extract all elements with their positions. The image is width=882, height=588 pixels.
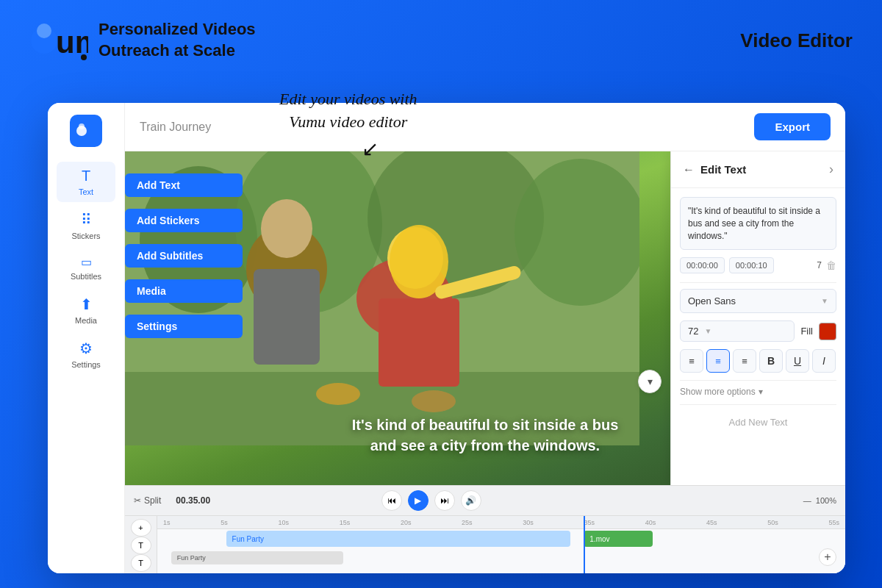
sidebar-logo-icon [76,121,96,141]
playhead[interactable] [584,516,585,573]
zoom-out-icon[interactable]: — [803,496,811,505]
play-controls: ⏮ ▶ ⏭ 🔊 [381,490,481,511]
back-arrow-icon[interactable]: ← [683,163,695,176]
sidebar-item-stickers[interactable]: ⠿ Stickers [57,205,115,246]
close-panel-button[interactable]: › [829,162,833,177]
add-stickers-button[interactable]: Add Stickers [125,209,243,232]
text-icon: T [82,168,90,184]
edit-panel-body: "It's kind of beautiful to sit inside a … [671,188,845,485]
show-more-row[interactable]: Show more options ▾ [680,387,836,397]
editor-card: T Text ⠿ Stickers ▭ Subtitles ⬆ Media ⚙ … [48,103,845,573]
text-preview[interactable]: "It's kind of beautiful to sit inside a … [680,197,836,250]
size-dropdown-icon: ▼ [704,327,711,335]
sidebar-logo [70,115,102,147]
align-center-button[interactable]: ≡ [706,349,730,373]
svg-point-5 [79,123,85,129]
align-right-button[interactable]: ≡ [733,349,756,373]
video-subtitle: It's kind of beautiful to sit inside a b… [352,415,619,456]
track-icon-2: T [131,537,151,554]
fill-label: Fill [800,326,813,337]
timeline-controls: ✂ Split 00.35.00 ⏮ ▶ ⏭ 🔊 — 100% [125,486,845,516]
zoom-controls: — 100% [803,496,836,505]
font-select-row[interactable]: Open Sans ▼ [680,289,836,313]
sidebar-item-text[interactable]: T Text [57,162,115,202]
add-track-button[interactable]: + [819,548,836,566]
left-panel: Add Text Add Stickers Add Subtitles Medi… [125,151,272,485]
size-fill-row: 72 ▼ Fill [680,320,836,342]
delete-icon[interactable]: 🗑 [826,259,836,271]
font-size-value: 72 [688,326,698,337]
header: umu Personalized Videos Outreach at Scal… [0,0,882,81]
clip-myvideo-label: Fun Party [177,554,206,562]
italic-button[interactable]: I [812,349,836,373]
fill-color-swatch[interactable] [819,323,836,340]
clip-myvideo[interactable]: Fun Party [171,551,343,564]
video-area: Add Text Add Stickers Add Subtitles Medi… [125,151,845,485]
export-button[interactable]: Export [754,113,831,140]
svg-point-1 [37,24,51,38]
track-icon-3: T [131,554,151,572]
timeline-timecode: 00.35.00 [176,495,210,506]
timeline-ruler: 1s 5s 10s 15s 20s 25s 30s 35s 40s 45s 50… [157,516,845,529]
start-timecode[interactable]: 00:00:00 [680,257,725,273]
end-timecode[interactable]: 00:00:10 [729,257,774,273]
track-icon-1: + [131,519,151,537]
bold-button[interactable]: B [759,349,783,373]
tagline-line1: Personalized Videos [98,19,256,40]
sidebar-item-settings[interactable]: ⚙ Settings [57,334,115,375]
skip-forward-button[interactable]: ⏭ [434,490,455,511]
tagline-line2: Outreach at Scale [98,40,256,62]
sidebar-media-label: Media [75,316,97,325]
timecode-row: 00:00:00 00:00:10 7 🗑 [680,257,836,273]
media-button[interactable]: Media [125,279,243,303]
logo-area: umu Personalized Videos Outreach at Scal… [29,15,256,66]
count-badge: 7 [817,260,822,270]
sidebar-stickers-label: Stickers [71,232,100,240]
sidebar: T Text ⠿ Stickers ▭ Subtitles ⬆ Media ⚙ … [48,103,125,573]
project-title: Train Journey [140,121,211,134]
clip-1mov-label: 1.mov [589,535,609,543]
sidebar-item-subtitles[interactable]: ▭ Subtitles [57,249,115,287]
clip-1mov[interactable]: 1.mov [584,531,653,547]
svg-text:umu: umu [56,25,88,60]
stickers-icon: ⠿ [81,211,92,229]
skip-back-button[interactable]: ⏮ [381,490,402,511]
top-bar: Train Journey Export [125,103,845,151]
volume-button[interactable]: 🔊 [461,490,481,511]
divider-2 [680,380,836,381]
vumu-logo-icon: umu [29,15,88,66]
divider-3 [680,404,836,405]
edit-text-panel: ← Edit Text › "It's kind of beautiful to… [670,151,845,485]
play-button[interactable]: ▶ [408,490,429,511]
main-content: Train Journey Export [125,103,845,573]
chevron-down-icon: ▾ [648,376,653,387]
settings-button[interactable]: Settings [125,315,243,338]
format-row: ≡ ≡ ≡ B U I [680,349,836,373]
add-text-button[interactable]: Add Text [125,173,243,197]
show-more-label: Show more options [680,387,756,397]
sidebar-settings-label: Settings [71,360,101,369]
underline-button[interactable]: U [786,349,809,373]
zoom-level: 100% [816,496,836,505]
show-more-chevron: ▾ [759,387,763,397]
add-new-text-button[interactable]: Add New Text [680,411,836,434]
ruler-marks: 1s 5s 10s 15s 20s 25s 30s 35s 40s 45s 50… [160,519,842,526]
divider-1 [680,282,836,283]
settings-icon: ⚙ [79,340,93,357]
clip-fun-party-label: Fun Party [232,535,264,543]
clip-fun-party[interactable]: Fun Party [226,531,570,547]
svg-point-3 [81,54,87,60]
subtitle-line2: and see a city from the windows. [352,435,619,456]
sidebar-item-media[interactable]: ⬆ Media [57,290,115,331]
align-left-button[interactable]: ≡ [680,349,703,373]
edit-panel-header: ← Edit Text › [671,151,845,188]
timeline-tracks: + T T 1s 5s 10s 15s 20s 25s 3 [125,516,845,573]
tagline: Personalized Videos Outreach at Scale [98,19,256,61]
collapse-timeline-button[interactable]: ▾ [638,370,662,393]
split-label: Split [144,495,161,506]
font-size-select[interactable]: 72 ▼ [680,320,795,342]
split-button[interactable]: ✂ Split [134,495,161,506]
sidebar-subtitles-label: Subtitles [71,272,101,281]
add-subtitles-button[interactable]: Add Subtitles [125,244,243,268]
media-icon: ⬆ [80,295,93,313]
